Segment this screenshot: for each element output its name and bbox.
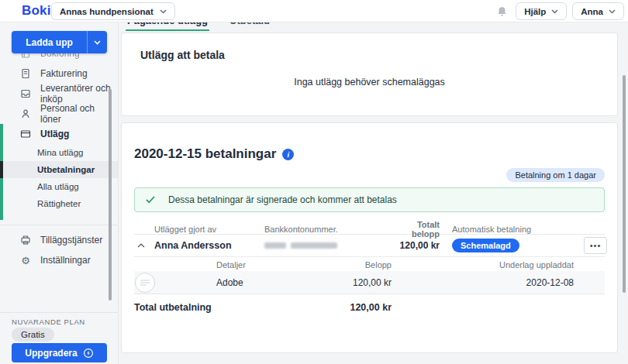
pending-expenses-card: Utlägg att betala Inga utlägg behöver sc…: [121, 33, 618, 116]
col-auto-payment: Automatisk betalning: [452, 225, 584, 234]
upgrade-button[interactable]: Uppgradera: [12, 343, 107, 362]
card-icon: [20, 129, 31, 139]
detail-uploaded-date: 2020-12-08: [392, 277, 574, 288]
plan-divider: [0, 312, 118, 313]
topbar: Bokio Annas hundpensionat Hjälp Anna: [0, 0, 628, 22]
sidebar-item-label: Personal och löner: [40, 103, 118, 125]
details-table-header: Detaljer Belopp Underlag uppladdat: [134, 259, 605, 271]
plan-badge: Gratis: [12, 328, 54, 342]
col-uploaded: Underlag uppladdat: [392, 260, 574, 270]
row-menu-button[interactable]: •••: [584, 237, 607, 254]
help-menu-button[interactable]: Hjälp: [516, 2, 567, 20]
total-label: Total utbetalning: [134, 302, 343, 313]
total-row: Total utbetalning 120,00 kr: [134, 294, 605, 321]
chevron-down-icon: [551, 9, 558, 14]
sidebar-section-utlagg: Utlägg Mina utlägg Utbetalningar Alla ut…: [0, 124, 118, 220]
tab-pagaende-utlagg[interactable]: Pågående utlägg: [126, 22, 209, 31]
company-selector[interactable]: Annas hundpensionat: [51, 2, 175, 20]
upload-dropdown-toggle[interactable]: [88, 31, 107, 53]
status-badge: Schemalagd: [452, 239, 519, 252]
countdown-badge-row: Betalning om 1 dagar: [134, 168, 605, 182]
col-made-by: Utlägget gjort av: [154, 225, 258, 234]
inbox-icon: [20, 88, 31, 99]
signed-alert-text: Dessa betalningar är signerade och komme…: [168, 194, 397, 205]
sidebar-subitem-rattigheter[interactable]: Rättigheter: [3, 195, 118, 212]
sidebar-item-utlagg[interactable]: Utlägg: [3, 124, 118, 144]
sidebar-item-personal[interactable]: Personal och löner: [0, 104, 118, 124]
sidebar-subitem-label: Rättigheter: [37, 199, 81, 208]
sidebar-subitem-label: Utbetalningar: [37, 165, 95, 174]
sidebar: Ladda upp Bokföring Fakturering Leverant…: [0, 22, 119, 364]
sidebar-subitem-label: Mina utlägg: [37, 148, 83, 157]
col-amount: Belopp: [343, 260, 392, 270]
pending-card-title: Utlägg att betala: [140, 49, 599, 61]
sidebar-item-tillaggstjanster[interactable]: Tilläggstjänster: [0, 230, 118, 250]
detail-row[interactable]: Adobe 120,00 kr 2020-12-08: [134, 271, 605, 294]
row-total: 120,00 kr: [392, 240, 444, 251]
sidebar-divider: [0, 225, 118, 225]
notifications-bell-icon[interactable]: [493, 2, 510, 20]
company-name: Annas hundpensionat: [60, 7, 154, 16]
info-icon[interactable]: i: [282, 149, 294, 160]
invoice-icon: [20, 68, 31, 79]
sidebar-subitem-label: Alla utlägg: [37, 182, 79, 191]
user-label: Anna: [581, 7, 603, 16]
payments-table-header: Utlägget gjort av Bankkontonummer. Total…: [134, 220, 605, 234]
bolt-circle-icon: [83, 348, 94, 359]
payments-card-header: 2020-12-15 betalningar i: [134, 146, 605, 162]
countdown-badge: Betalning om 1 dagar: [506, 168, 605, 182]
signed-alert: Dessa betalningar är signerade och komme…: [134, 187, 605, 212]
sidebar-item-label: Tilläggstjänster: [40, 235, 102, 246]
bank-account-redacted: [258, 242, 392, 249]
check-icon: [146, 196, 155, 204]
current-plan-heading: NUVARANDE PLAN: [12, 318, 85, 326]
col-bank-account: Bankkontonummer.: [258, 225, 392, 234]
payments-card-title: 2020-12-15 betalningar: [134, 146, 276, 162]
topbar-actions: Hjälp Anna: [493, 2, 624, 20]
sidebar-item-label: Utlägg: [40, 129, 69, 139]
divider: [134, 256, 605, 257]
page-scrollbar-thumb[interactable]: [623, 75, 626, 293]
chevron-down-icon: [609, 9, 616, 14]
sidebar-item-label: Inställningar: [40, 255, 91, 266]
printer-icon: [20, 235, 31, 246]
tab-bar: Pågående utlägg Utbetald: [126, 22, 513, 31]
empty-state-message: Inga utlägg behöver schemaläggas: [140, 77, 599, 88]
sidebar-item-label: Leverantörer och inköp: [40, 83, 118, 105]
gear-icon: ⚙: [20, 255, 31, 266]
help-label: Hjälp: [524, 7, 546, 16]
detail-name: Adobe: [216, 277, 343, 288]
col-details: Detaljer: [216, 260, 343, 270]
total-value: 120,00 kr: [343, 302, 392, 313]
user-menu-button[interactable]: Anna: [572, 2, 624, 20]
sidebar-item-leverantorer[interactable]: Leverantörer och inköp: [0, 84, 118, 104]
person-icon: [20, 108, 31, 119]
sidebar-subitem-alla-utlagg[interactable]: Alla utlägg: [3, 178, 118, 195]
sidebar-item-label: Fakturering: [40, 68, 88, 79]
payee-name: Anna Andersson: [154, 240, 258, 251]
detail-amount: 120,00 kr: [343, 277, 392, 288]
payment-row: Anna Andersson 120,00 kr Schemalagd •••: [134, 235, 605, 256]
receipt-thumbnail[interactable]: [135, 273, 155, 293]
chevron-down-icon: [160, 9, 167, 14]
sidebar-subitem-utbetalningar[interactable]: Utbetalningar: [3, 161, 118, 178]
payments-card: 2020-12-15 betalningar i Betalning om 1 …: [121, 122, 618, 353]
upload-button[interactable]: Ladda upp: [12, 31, 107, 53]
upgrade-button-label: Uppgradera: [25, 348, 77, 359]
sidebar-subitem-mina-utlagg[interactable]: Mina utlägg: [3, 144, 118, 161]
sidebar-nav: Bokföring Fakturering Leverantörer och i…: [0, 43, 118, 270]
sidebar-item-fakturering[interactable]: Fakturering: [0, 64, 118, 84]
tab-utbetald[interactable]: Utbetald: [228, 22, 271, 31]
collapse-row-button[interactable]: [134, 239, 148, 252]
sidebar-scrollbar-thumb[interactable]: [109, 89, 112, 300]
sidebar-item-installningar[interactable]: ⚙ Inställningar: [0, 250, 118, 270]
upload-button-label[interactable]: Ladda upp: [12, 31, 88, 53]
col-total: Totalt belopp: [392, 220, 444, 239]
